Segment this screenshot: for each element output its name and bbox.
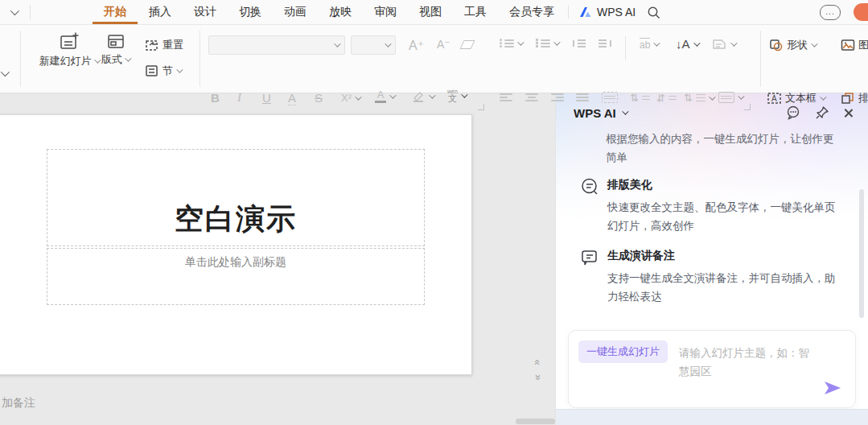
tab-tools[interactable]: 工具	[453, 0, 498, 24]
tab-design[interactable]: 设计	[183, 0, 228, 24]
justify-icon	[576, 93, 589, 101]
font-size-combobox[interactable]	[351, 35, 396, 55]
paste-dropdown-chevron-icon[interactable]	[1, 68, 10, 76]
layout-icon	[106, 33, 125, 51]
textbox-button[interactable]: A 文本框	[767, 91, 825, 105]
numbered-list-button[interactable]	[536, 39, 558, 47]
section-icon	[143, 64, 159, 78]
next-slide-button[interactable]: «	[533, 374, 541, 380]
font-name-combobox[interactable]	[208, 35, 345, 55]
bold-button[interactable]: B	[211, 91, 220, 105]
strikethrough-button[interactable]: S	[315, 91, 323, 105]
text-align-box-button[interactable]	[718, 92, 743, 103]
horizontal-scrollbar[interactable]	[516, 419, 555, 424]
send-icon	[823, 380, 842, 396]
tab-slideshow[interactable]: 放映	[318, 0, 363, 24]
layout-button[interactable]: 版式	[101, 33, 130, 67]
chevron-down-icon	[385, 40, 391, 47]
arrange-button[interactable]: 排	[841, 91, 868, 105]
vertical-text-icon: ↓A	[676, 37, 690, 51]
new-slide-button[interactable]: 新建幻灯片	[31, 31, 107, 68]
shapes-label: 形状	[787, 38, 808, 52]
subtitle-placeholder[interactable]: 单击此处输入副标题	[47, 248, 425, 305]
character-frame-button[interactable]: A	[288, 91, 296, 105]
picture-icon	[841, 39, 855, 52]
bullet-list-button[interactable]	[500, 39, 522, 47]
increase-indent-button[interactable]	[599, 39, 611, 47]
feature-speaker-notes[interactable]: 生成演讲备注 支持一键生成全文演讲备注，并可自动插入，助力轻松表达	[580, 249, 844, 306]
superscript-button[interactable]: X²	[341, 92, 360, 104]
tab-view[interactable]: 视图	[408, 0, 453, 24]
align-center-button[interactable]	[525, 93, 538, 101]
chevron-down-icon	[730, 39, 737, 46]
wps-ai-menu-label: WPS AI	[597, 6, 636, 19]
upgrade-button-partial[interactable]	[854, 3, 868, 21]
section-button[interactable]: 节	[143, 64, 181, 78]
arrange-icon	[841, 92, 855, 105]
chevron-down-icon	[334, 40, 340, 47]
tab-member[interactable]: 会员专享	[498, 0, 566, 24]
italic-icon: I	[237, 91, 241, 105]
align-left-button[interactable]	[500, 93, 512, 101]
line-spacing-button[interactable]: ⇅	[684, 92, 714, 104]
reset-button[interactable]: 重置	[143, 38, 183, 52]
textbox-icon: A	[767, 92, 782, 105]
search-button[interactable]	[647, 6, 660, 19]
shapes-icon	[769, 39, 784, 52]
italic-button[interactable]: I	[237, 91, 241, 105]
lines-icon	[642, 96, 650, 101]
tab-transition[interactable]: 切换	[228, 0, 273, 24]
paragraph-spacing-decrease-button[interactable]: ⇅	[656, 92, 677, 104]
tab-home[interactable]: 开始	[93, 0, 138, 24]
feature-beautify[interactable]: 排版美化 快速更改全文主题、配色及字体，一键美化单页幻灯片，高效创作	[580, 178, 844, 235]
ai-prompt-input[interactable]: 一键生成幻灯片 请输入幻灯片主题，如：智慧园区	[568, 330, 856, 408]
title-placeholder[interactable]: 空白演示	[47, 149, 425, 246]
wps-ai-menu-button[interactable]: WPS AI	[571, 6, 644, 19]
increase-font-icon: A⁺	[409, 38, 424, 53]
font-color-button[interactable]: A	[375, 89, 394, 103]
tab-review[interactable]: 审阅	[363, 0, 408, 24]
chevron-down-icon[interactable]	[622, 108, 628, 114]
generate-slides-chip[interactable]: 一键生成幻灯片	[578, 340, 668, 363]
tab-animation[interactable]: 动画	[273, 0, 318, 24]
collapse-ribbon-button[interactable]	[0, 0, 27, 24]
underline-button[interactable]: U	[262, 91, 271, 105]
highlight-button[interactable]	[411, 91, 434, 102]
phonetic-guide-button[interactable]: wén文	[447, 89, 466, 103]
editing-area: 空白演示 单击此处输入副标题 « « 加备注	[0, 93, 555, 425]
layout-label: 版式	[101, 52, 122, 67]
slide-canvas[interactable]: 空白演示 单击此处输入副标题	[0, 114, 472, 375]
divider	[30, 5, 31, 19]
paragraph-layout-button[interactable]	[711, 38, 735, 51]
panel-scrollbar[interactable]	[859, 189, 864, 318]
picture-button[interactable]: 图	[841, 38, 868, 52]
clear-format-button[interactable]	[462, 40, 473, 49]
align-right-button[interactable]	[551, 93, 564, 101]
lines-icon	[668, 96, 677, 101]
slide-title: 空白演示	[175, 200, 297, 239]
paragraph-layout-icon	[711, 38, 727, 51]
text-direction-button[interactable]: ab	[640, 38, 658, 51]
increase-font-button[interactable]: A⁺	[409, 38, 424, 53]
reset-label: 重置	[162, 38, 183, 52]
new-slide-icon	[58, 31, 80, 52]
send-button[interactable]	[823, 380, 842, 399]
align-left-icon	[500, 93, 512, 101]
distribute-button[interactable]	[602, 92, 618, 103]
notes-input[interactable]: 加备注	[2, 396, 35, 411]
vertical-text-button[interactable]: ↓A	[676, 37, 698, 51]
underline-icon: U	[262, 91, 271, 105]
decrease-font-button[interactable]: A⁻	[437, 38, 450, 51]
paragraph-dialog-launcher[interactable]	[744, 104, 751, 110]
feedback-chat-icon[interactable]	[786, 105, 801, 120]
tab-insert[interactable]: 插入	[138, 0, 183, 24]
pin-panel-icon[interactable]	[815, 105, 829, 120]
font-dialog-launcher[interactable]	[478, 104, 484, 110]
close-panel-icon[interactable]	[843, 108, 854, 118]
decrease-indent-button[interactable]	[573, 39, 586, 47]
paragraph-spacing-increase-button[interactable]: ⇅	[630, 92, 650, 104]
previous-slide-button[interactable]: «	[533, 359, 541, 365]
shapes-button[interactable]: 形状	[769, 38, 816, 52]
justify-button[interactable]	[576, 93, 589, 101]
cloud-sync-icon[interactable]: ...	[820, 5, 841, 20]
